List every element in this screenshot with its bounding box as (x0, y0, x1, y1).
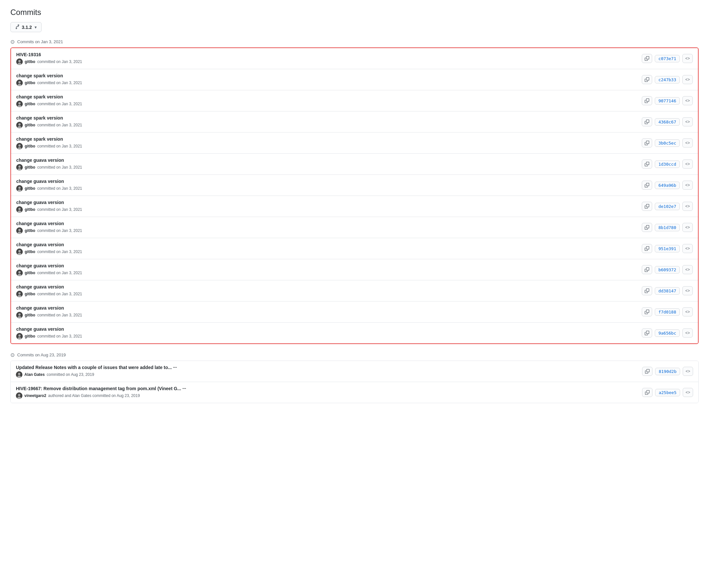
copy-button[interactable] (642, 96, 652, 105)
commit-hash-link[interactable]: dd38147 (655, 287, 680, 295)
commit-hash-link[interactable]: 4368c67 (655, 118, 680, 126)
commit-message[interactable]: change guava version (16, 200, 82, 205)
commit-message[interactable]: change guava version (16, 305, 82, 311)
browse-button[interactable]: <> (682, 202, 693, 211)
copy-button[interactable] (642, 244, 652, 253)
commit-date: committed on Jan 3, 2021 (37, 228, 82, 233)
svg-point-46 (18, 394, 21, 396)
browse-button[interactable]: <> (682, 328, 693, 337)
commit-group-label: Commits on Aug 23, 2019 (17, 353, 66, 357)
browse-button[interactable]: <> (683, 388, 693, 397)
commit-message[interactable]: change guava version (16, 263, 82, 269)
commit-hash-link[interactable]: 8190d2b (655, 368, 680, 375)
svg-point-34 (19, 292, 21, 295)
commit-message[interactable]: change guava version (16, 158, 82, 163)
commit-message[interactable]: change guava version (16, 221, 82, 226)
copy-button[interactable] (642, 328, 652, 337)
table-row: change guava version gitlbo committed on… (11, 302, 698, 323)
copy-button[interactable] (642, 367, 653, 376)
svg-point-31 (19, 271, 21, 274)
commit-message[interactable]: change guava version (16, 284, 82, 289)
commit-hash-link[interactable]: c073e71 (655, 55, 680, 62)
commit-message[interactable]: change spark version (16, 136, 82, 142)
browse-button[interactable]: <> (683, 367, 693, 376)
browse-button[interactable]: <> (682, 117, 693, 126)
browse-button[interactable]: <> (682, 159, 693, 169)
commit-hash-link[interactable]: a25bee5 (655, 389, 680, 396)
commit-hash-link[interactable]: f7d0188 (655, 308, 680, 316)
commit-actions: c247b33 <> (642, 75, 693, 84)
copy-button[interactable] (642, 307, 652, 316)
copy-button[interactable] (642, 286, 652, 295)
commit-message[interactable]: change spark version (16, 115, 82, 121)
commit-hash-link[interactable]: b609372 (655, 266, 680, 274)
avatar (16, 333, 23, 339)
copy-button[interactable] (642, 54, 652, 63)
browse-button[interactable]: <> (682, 223, 693, 232)
copy-button[interactable] (642, 159, 652, 169)
commit-actions: 649a96b <> (642, 181, 693, 190)
copy-button[interactable] (642, 265, 652, 274)
avatar (16, 101, 23, 107)
copy-button[interactable] (642, 388, 653, 397)
commit-info: change guava version gitlbo committed on… (16, 284, 82, 297)
commit-author: gitlbo (25, 165, 35, 170)
browse-button[interactable]: <> (682, 181, 693, 190)
commit-hash-link[interactable]: c247b33 (655, 76, 680, 83)
copy-button[interactable] (642, 181, 652, 190)
commit-author: gitlbo (25, 292, 35, 296)
svg-point-4 (19, 81, 21, 83)
svg-point-13 (19, 145, 21, 147)
commit-hash-link[interactable]: 3b0c5ec (655, 139, 680, 147)
commit-message[interactable]: change guava version (16, 327, 82, 332)
commit-date: committed on Jan 3, 2021 (37, 59, 82, 64)
commit-message[interactable]: change spark version (16, 94, 82, 99)
browse-button[interactable]: <> (682, 286, 693, 295)
browse-button[interactable]: <> (682, 138, 693, 148)
commit-actions: 4368c67 <> (642, 117, 693, 126)
commit-message[interactable]: change guava version (16, 179, 82, 184)
commit-message[interactable]: HIVE-19316 (16, 52, 82, 57)
copy-button[interactable] (642, 202, 652, 211)
table-row: change guava version gitlbo committed on… (11, 217, 698, 238)
commit-actions: f7d0188 <> (642, 307, 693, 316)
commit-hash-link[interactable]: 1d30ccd (655, 160, 680, 168)
table-row: change guava version gitlbo committed on… (11, 280, 698, 302)
table-row: change spark version gitlbo committed on… (11, 111, 698, 132)
commit-message[interactable]: HIVE-19667: Remove distribution manageme… (16, 386, 186, 391)
copy-button[interactable] (642, 138, 652, 148)
commit-message[interactable]: change spark version (16, 73, 82, 78)
avatar (16, 392, 22, 399)
copy-button[interactable] (642, 75, 652, 84)
browse-button[interactable]: <> (682, 75, 693, 84)
browse-button[interactable]: <> (682, 244, 693, 253)
avatar (16, 58, 23, 65)
commit-hash-link[interactable]: 8b1d780 (655, 224, 680, 231)
copy-button[interactable] (642, 223, 652, 232)
commit-meta: gitlbo committed on Jan 3, 2021 (16, 185, 82, 192)
avatar (16, 371, 22, 378)
copy-button[interactable] (642, 117, 652, 126)
svg-point-37 (19, 313, 21, 316)
browse-button[interactable]: <> (682, 96, 693, 105)
commit-group-header: ⊙ Commits on Jan 3, 2021 (10, 39, 699, 45)
commit-hash-link[interactable]: de102e7 (655, 203, 680, 210)
commit-message[interactable]: Updated Release Notes with a couple of i… (16, 365, 177, 370)
avatar (16, 164, 23, 171)
commit-hash-link[interactable]: 9a656bc (655, 329, 680, 337)
browse-button[interactable]: <> (682, 265, 693, 274)
commit-hash-link[interactable]: 649a96b (655, 182, 680, 189)
commit-info: change spark version gitlbo committed on… (16, 94, 82, 107)
avatar (16, 143, 23, 149)
commit-author: gitlbo (25, 186, 35, 191)
commit-message[interactable]: change guava version (16, 242, 82, 247)
browse-button[interactable]: <> (682, 54, 693, 63)
commit-date: committed on Jan 3, 2021 (37, 334, 82, 338)
commit-hash-link[interactable]: 951e391 (655, 245, 680, 252)
browse-button[interactable]: <> (682, 307, 693, 316)
branch-selector[interactable]: 3.1.2 ▼ (10, 22, 42, 32)
commit-date: committed on Jan 3, 2021 (37, 292, 82, 296)
commit-date: authored and Alan Gates committed on Aug… (48, 393, 140, 398)
commit-hash-link[interactable]: 9077146 (655, 97, 680, 105)
avatar (16, 249, 23, 255)
